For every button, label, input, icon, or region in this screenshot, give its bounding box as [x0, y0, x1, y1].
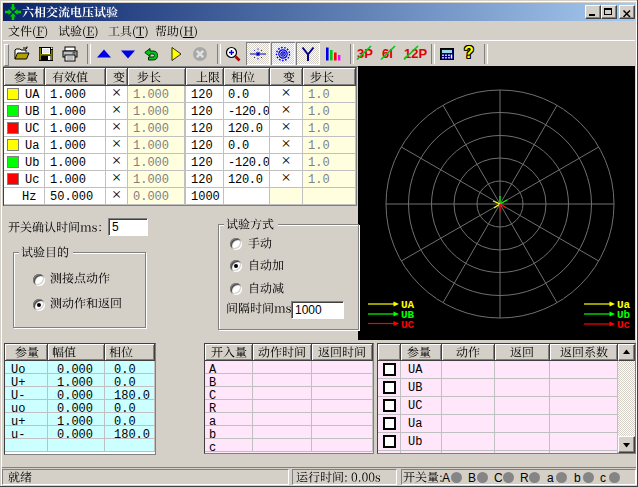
svg-text:Uc: Uc [617, 319, 630, 331]
svg-text:UC: UC [401, 319, 415, 331]
